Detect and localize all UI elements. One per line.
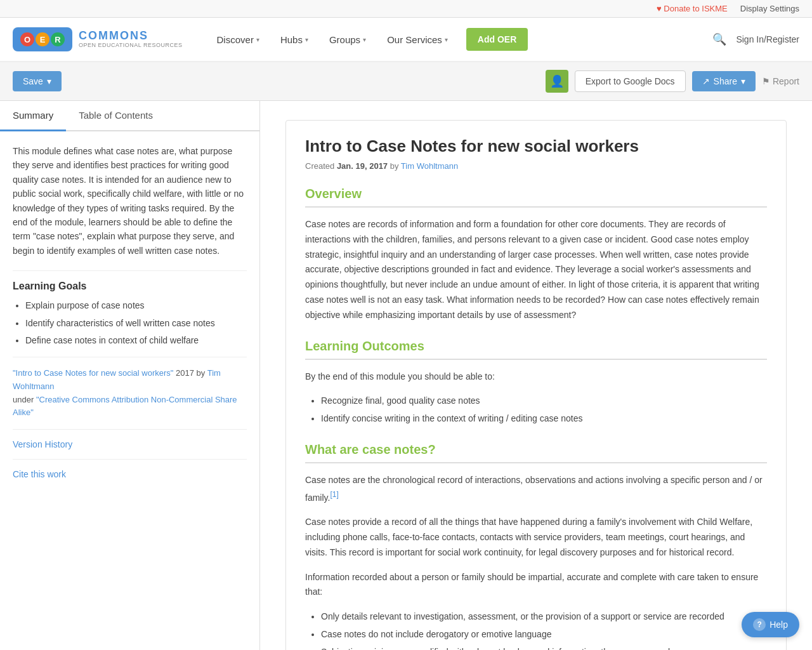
logo-area: O E R COMMONS OPEN EDUCATIONAL RESOURCES [13, 27, 183, 51]
action-right: 👤 Export to Google Docs ↗ Share ▾ ⚑ Repo… [546, 70, 799, 93]
report-button[interactable]: ⚑ Report [762, 76, 799, 86]
logo-brand: COMMONS [79, 30, 183, 43]
what-are-p1: Case notes are the chronological record … [305, 473, 767, 505]
created-date: Jan. 19, 2017 [337, 161, 388, 171]
ref-1-link[interactable]: [1] [330, 490, 338, 499]
goal-list: Explain purpose of case notes Identify c… [13, 300, 247, 347]
list-item: Case notes do not include derogatory or … [321, 627, 767, 642]
divider-4 [13, 459, 247, 460]
nav-services[interactable]: Our Services ▾ [378, 29, 457, 50]
services-chevron: ▾ [445, 36, 448, 43]
help-label: Help [769, 620, 788, 630]
main-layout: Summary Table of Contents This module de… [0, 101, 812, 650]
list-item: Recognize final, good quality case notes [321, 394, 767, 409]
top-bar: Donate to ISKME Display Settings [0, 0, 812, 18]
sidebar-tabs: Summary Table of Contents [0, 101, 259, 131]
nav-groups[interactable]: Groups ▾ [320, 29, 375, 50]
export-button[interactable]: Export to Google Docs [575, 70, 686, 92]
list-item: Only details relevant to investigation, … [321, 609, 767, 625]
tab-toc[interactable]: Table of Contents [66, 101, 166, 131]
tab-summary[interactable]: Summary [0, 101, 66, 131]
summary-text: This module defines what case notes are,… [13, 144, 247, 258]
action-bar: Save ▾ 👤 Export to Google Docs ↗ Share ▾… [0, 62, 812, 101]
list-item: Subjective opinions are qualified with r… [321, 645, 767, 650]
logo-text: COMMONS OPEN EDUCATIONAL RESOURCES [79, 30, 183, 49]
flag-icon: ⚑ [762, 76, 770, 86]
help-button[interactable]: ? Help [742, 612, 799, 637]
donate-link[interactable]: Donate to ISKME [657, 4, 728, 13]
nav-discover[interactable]: Discover ▾ [208, 29, 268, 50]
help-circle-icon: ? [753, 618, 766, 631]
logo-e: E [36, 32, 49, 46]
attribution-license-link[interactable]: "Creative Commons Attribution Non-Commer… [13, 395, 237, 418]
save-button[interactable]: Save ▾ [13, 71, 62, 91]
case-notes-rules-list: Only details relevant to investigation, … [305, 609, 767, 650]
save-label: Save [23, 76, 43, 86]
overview-paragraph: Case notes are records of information an… [305, 217, 767, 323]
add-oer-button[interactable]: Add OER [466, 28, 528, 51]
hubs-chevron: ▾ [305, 36, 308, 43]
nav-hubs[interactable]: Hubs ▾ [272, 29, 317, 50]
nav-links: Discover ▾ Hubs ▾ Groups ▾ Our Services … [208, 28, 713, 51]
content-area: Intro to Case Notes for new social worke… [260, 101, 812, 650]
main-nav: O E R COMMONS OPEN EDUCATIONAL RESOURCES… [0, 18, 812, 62]
content-title: Intro to Case Notes for new social worke… [305, 136, 767, 156]
divider-1 [13, 270, 247, 271]
list-item: Identify characteristics of well written… [25, 317, 247, 330]
learning-outcomes-intro: By the end of this module you should be … [305, 369, 767, 385]
author-link[interactable]: Tim Wohltmann [401, 161, 458, 171]
divider-3 [13, 429, 247, 430]
created-by: by [390, 161, 399, 171]
share-icon: ↗ [702, 76, 710, 86]
sidebar-content: This module defines what case notes are,… [0, 131, 259, 498]
attribution-title-link[interactable]: "Intro to Case Notes for new social work… [13, 368, 173, 378]
discover-chevron: ▾ [256, 36, 259, 43]
created-prefix: Created [305, 161, 334, 171]
search-button[interactable]: 🔍 [712, 32, 726, 46]
version-history-link[interactable]: Version History [13, 439, 247, 449]
share-button[interactable]: ↗ Share ▾ [692, 71, 756, 91]
avatar-button[interactable]: 👤 [546, 70, 568, 93]
learning-outcomes-list: Recognize final, good quality case notes… [305, 394, 767, 427]
section-title-learning-outcomes: Learning Outcomes [305, 339, 767, 360]
divider-2 [13, 357, 247, 357]
content-meta: Created Jan. 19, 2017 by Tim Wohltmann [305, 161, 767, 171]
share-label: Share [714, 76, 737, 86]
share-chevron: ▾ [741, 76, 745, 86]
list-item: Explain purpose of case notes [25, 300, 247, 312]
signin-link[interactable]: Sign In/Register [736, 34, 799, 44]
save-chevron: ▾ [47, 76, 51, 86]
what-are-p3: Information recorded about a person or f… [305, 570, 767, 600]
logo-sub: OPEN EDUCATIONAL RESOURCES [79, 43, 183, 49]
section-title-overview: Overview [305, 187, 767, 208]
logo-o: O [20, 32, 34, 46]
report-label: Report [773, 76, 799, 86]
cite-this-work-link[interactable]: Cite this work [13, 469, 247, 479]
attribution: "Intro to Case Notes for new social work… [13, 367, 247, 420]
what-are-p2: Case notes provide a record of all the t… [305, 515, 767, 560]
nav-right: 🔍 Sign In/Register [712, 32, 799, 46]
logo-box: O E R [13, 27, 72, 51]
list-item: Define case notes in context of child we… [25, 335, 247, 347]
groups-chevron: ▾ [363, 36, 366, 43]
learning-goals-title: Learning Goals [13, 281, 247, 292]
sidebar: Summary Table of Contents This module de… [0, 101, 260, 650]
display-settings[interactable]: Display Settings [740, 4, 799, 13]
content-wrapper: Intro to Case Notes for new social worke… [285, 120, 787, 650]
section-title-what-are-case-notes: What are case notes? [305, 442, 767, 463]
list-item: Identify concise writing in the context … [321, 411, 767, 427]
logo-r: R [51, 32, 65, 46]
